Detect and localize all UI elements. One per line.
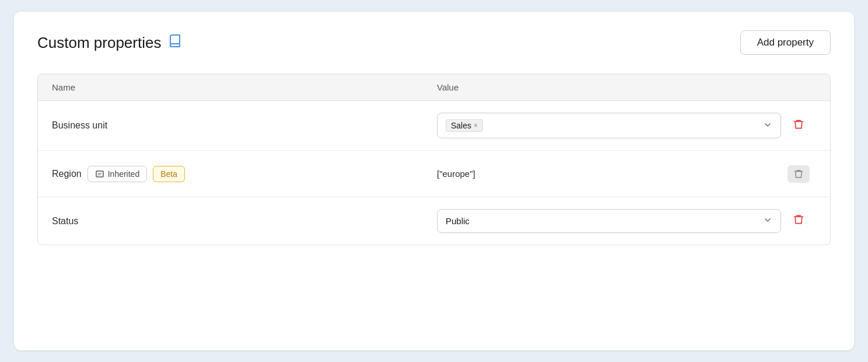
row-value-status: Public [437, 209, 781, 233]
table-header: Name Value [38, 74, 830, 101]
table-row: Region Inherited Beta ["europe"] [38, 151, 830, 197]
delete-button-business-unit[interactable] [790, 116, 807, 135]
select-inner: Public [446, 216, 470, 226]
row-name-region: Region Inherited Beta [52, 166, 437, 182]
table-row: Status Public [38, 197, 830, 245]
inherited-icon [95, 169, 104, 179]
properties-table: Name Value Business unit Sales × [37, 74, 831, 245]
column-value-header: Value [437, 82, 816, 92]
add-property-button[interactable]: Add property [740, 30, 831, 55]
delete-button-status[interactable] [790, 211, 807, 231]
select-inner: Sales × [446, 119, 483, 132]
delete-button-region[interactable] [788, 165, 810, 183]
inherited-badge[interactable]: Inherited [88, 166, 147, 182]
svg-rect-0 [96, 171, 103, 177]
header-left: Custom properties [37, 34, 182, 52]
page-title: Custom properties [37, 34, 161, 52]
page-container: Custom properties Add property Name Valu… [14, 12, 854, 350]
row-value-business-unit: Sales × [437, 113, 781, 138]
row-value-region: ["europe"] [437, 169, 781, 179]
book-icon[interactable] [168, 34, 182, 51]
table-row: Business unit Sales × [38, 101, 830, 151]
business-unit-select[interactable]: Sales × [437, 113, 781, 138]
status-select[interactable]: Public [437, 209, 781, 233]
tag-remove-icon[interactable]: × [474, 121, 478, 130]
beta-badge: Beta [153, 166, 185, 182]
row-name-status: Status [52, 216, 437, 227]
row-action-business-unit [781, 116, 816, 135]
chevron-down-icon [763, 120, 772, 131]
chevron-down-icon [763, 215, 772, 227]
row-action-region [781, 165, 816, 183]
page-header: Custom properties Add property [37, 30, 831, 55]
row-action-status [781, 211, 816, 231]
row-name-business-unit: Business unit [52, 120, 437, 131]
column-name-header: Name [52, 82, 437, 92]
business-unit-tag: Sales × [446, 119, 483, 132]
